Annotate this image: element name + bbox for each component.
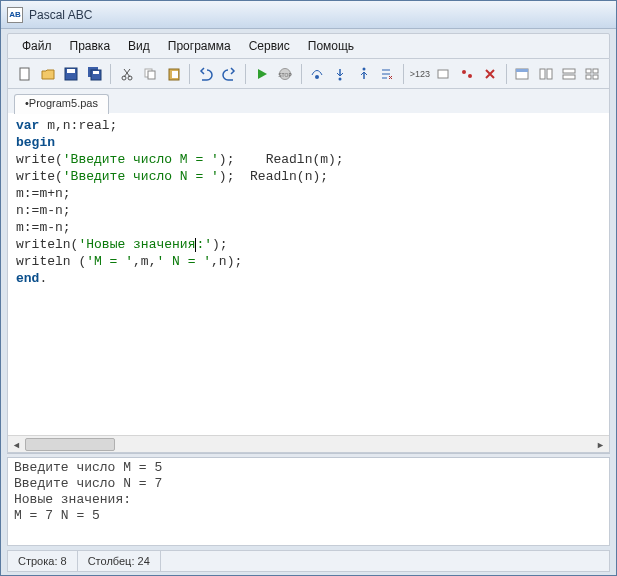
breakpoint-toggle-icon[interactable]: [433, 63, 454, 85]
breakpoint-list-icon[interactable]: [456, 63, 477, 85]
toolbar-separator: [189, 64, 190, 84]
output-line: Введите число M = 5: [14, 460, 162, 475]
code-text: m:=m-n;: [16, 220, 71, 235]
toolbar-separator: [245, 64, 246, 84]
svg-rect-29: [593, 75, 598, 79]
code-string: 'M = ': [86, 254, 133, 269]
run-to-cursor-icon[interactable]: [376, 63, 397, 85]
status-line-label: Строка:: [18, 555, 57, 567]
save-all-icon[interactable]: [84, 63, 105, 85]
watch-icon[interactable]: >123: [409, 63, 431, 85]
code-text: );: [212, 237, 228, 252]
output-line: M = 7 N = 5: [14, 508, 100, 523]
window-title: Pascal ABC: [29, 8, 92, 22]
code-editor[interactable]: var m,n:real; begin write('Введите число…: [8, 113, 609, 435]
svg-rect-26: [586, 69, 591, 73]
code-text: ,m,: [133, 254, 156, 269]
statusbar: Строка: 8 Столбец: 24: [7, 550, 610, 572]
step-into-icon[interactable]: [330, 63, 351, 85]
svg-rect-24: [563, 69, 575, 73]
redo-icon[interactable]: [219, 63, 240, 85]
svg-rect-5: [93, 71, 99, 74]
window2-icon[interactable]: [535, 63, 556, 85]
menu-view[interactable]: Вид: [120, 37, 158, 55]
step-over-icon[interactable]: [306, 63, 327, 85]
toolbar-separator: [301, 64, 302, 84]
output-line: Новые значения:: [14, 492, 131, 507]
output-line: Введите число N = 7: [14, 476, 162, 491]
scroll-left-icon[interactable]: ◄: [8, 436, 25, 453]
scroll-thumb[interactable]: [25, 438, 115, 451]
menu-file[interactable]: Файл: [14, 37, 60, 55]
status-col-label: Столбец:: [88, 555, 135, 567]
stop-icon[interactable]: STOP: [274, 63, 295, 85]
code-string: ' N = ': [156, 254, 211, 269]
code-keyword: end: [16, 271, 39, 286]
code-text: writeln (: [16, 254, 86, 269]
code-text: ); Readln(n);: [219, 169, 328, 184]
code-string: 'Введите число N = ': [63, 169, 219, 184]
open-file-icon[interactable]: [37, 63, 58, 85]
run-icon[interactable]: [251, 63, 272, 85]
status-line: Строка: 8: [8, 551, 78, 571]
code-keyword: begin: [16, 135, 55, 150]
window1-icon[interactable]: [512, 63, 533, 85]
menu-help[interactable]: Помощь: [300, 37, 362, 55]
code-text: write(: [16, 152, 63, 167]
svg-rect-23: [547, 69, 552, 79]
code-text: ,n);: [211, 254, 242, 269]
save-icon[interactable]: [61, 63, 82, 85]
tab-strip: •Program5.pas: [7, 89, 610, 113]
window4-icon[interactable]: [582, 63, 603, 85]
code-text: writeln(: [16, 237, 78, 252]
toolbar-separator: [110, 64, 111, 84]
menu-service[interactable]: Сервис: [241, 37, 298, 55]
app-icon: AB: [7, 7, 23, 23]
clear-breakpoints-icon[interactable]: [479, 63, 500, 85]
code-text: m:=m+n;: [16, 186, 71, 201]
svg-rect-11: [172, 71, 178, 78]
toolbar: STOP >123: [7, 59, 610, 89]
svg-rect-25: [563, 75, 575, 79]
toolbar-separator: [506, 64, 507, 84]
step-out-icon[interactable]: [353, 63, 374, 85]
paste-icon[interactable]: [163, 63, 184, 85]
code-string: :': [196, 237, 212, 252]
horizontal-scrollbar[interactable]: ◄ ►: [8, 435, 609, 452]
svg-point-15: [339, 77, 342, 80]
svg-rect-28: [586, 75, 591, 79]
code-text: .: [39, 271, 47, 286]
window3-icon[interactable]: [558, 63, 579, 85]
status-col-value: 24: [138, 555, 150, 567]
toolbar-separator: [403, 64, 404, 84]
svg-point-14: [315, 75, 319, 79]
code-text: ); Readln(m);: [219, 152, 344, 167]
status-column: Столбец: 24: [78, 551, 161, 571]
editor-panel: var m,n:real; begin write('Введите число…: [7, 113, 610, 453]
menu-edit[interactable]: Правка: [62, 37, 119, 55]
svg-point-18: [462, 70, 466, 74]
titlebar: AB Pascal ABC: [1, 1, 616, 29]
copy-icon[interactable]: [140, 63, 161, 85]
scroll-right-icon[interactable]: ►: [592, 436, 609, 453]
code-text: m,n:real;: [39, 118, 117, 133]
svg-point-16: [362, 67, 365, 70]
svg-rect-21: [516, 69, 528, 72]
output-panel[interactable]: Введите число M = 5 Введите число N = 7 …: [7, 458, 610, 546]
menu-program[interactable]: Программа: [160, 37, 239, 55]
undo-icon[interactable]: [195, 63, 216, 85]
status-line-value: 8: [61, 555, 67, 567]
cut-icon[interactable]: [116, 63, 137, 85]
menubar: Файл Правка Вид Программа Сервис Помощь: [7, 33, 610, 59]
svg-rect-17: [438, 70, 448, 78]
code-string: 'Новые значения: [78, 237, 195, 252]
svg-text:STOP: STOP: [278, 71, 292, 77]
code-text: write(: [16, 169, 63, 184]
svg-rect-9: [148, 71, 155, 79]
svg-rect-0: [20, 68, 29, 80]
new-file-icon[interactable]: [14, 63, 35, 85]
code-text: n:=m-n;: [16, 203, 71, 218]
svg-point-19: [468, 74, 472, 78]
tab-program5[interactable]: •Program5.pas: [14, 94, 109, 114]
svg-rect-22: [540, 69, 545, 79]
